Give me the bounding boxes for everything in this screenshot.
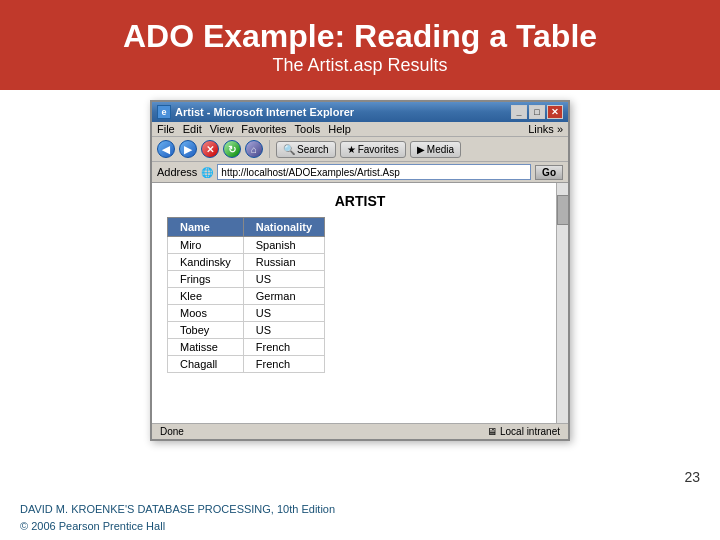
forward-button[interactable]: ▶ xyxy=(179,140,197,158)
menu-edit[interactable]: Edit xyxy=(183,123,202,135)
scrollbar-thumb[interactable] xyxy=(557,195,569,225)
slide: ADO Example: Reading a Table The Artist.… xyxy=(0,0,720,540)
artist-name: Frings xyxy=(168,271,244,288)
artist-nationality: US xyxy=(243,322,324,339)
artist-name: Chagall xyxy=(168,356,244,373)
address-label: Address xyxy=(157,166,197,178)
media-icon: ▶ xyxy=(417,144,425,155)
maximize-button[interactable]: □ xyxy=(529,105,545,119)
table-row: KandinskyRussian xyxy=(168,254,325,271)
table-row: MoosUS xyxy=(168,305,325,322)
favorites-button[interactable]: ★ Favorites xyxy=(340,141,406,158)
browser-addressbar: Address 🌐 Go xyxy=(152,162,568,183)
artist-name: Tobey xyxy=(168,322,244,339)
artist-name: Kandinsky xyxy=(168,254,244,271)
col-nationality: Nationality xyxy=(243,218,324,237)
toolbar-separator xyxy=(269,140,270,158)
menu-help[interactable]: Help xyxy=(328,123,351,135)
address-icon: 🌐 xyxy=(201,167,213,178)
search-label: Search xyxy=(297,144,329,155)
browser-content: ARTIST Name Nationality MiroSpanishKandi… xyxy=(152,183,568,423)
menu-favorites[interactable]: Favorites xyxy=(241,123,286,135)
table-row: ChagallFrench xyxy=(168,356,325,373)
content-area: e Artist - Microsoft Internet Explorer _… xyxy=(0,90,720,495)
browser-menubar: File Edit View Favorites Tools Help Link… xyxy=(152,122,568,137)
artist-nationality: US xyxy=(243,305,324,322)
table-row: FringsUS xyxy=(168,271,325,288)
footer-line1: DAVID M. KROENKE'S DATABASE PROCESSING, … xyxy=(20,501,700,518)
refresh-button[interactable]: ↻ xyxy=(223,140,241,158)
artist-nationality: Russian xyxy=(243,254,324,271)
artist-name: Klee xyxy=(168,288,244,305)
browser-window: e Artist - Microsoft Internet Explorer _… xyxy=(150,100,570,441)
artist-name: Moos xyxy=(168,305,244,322)
table-row: TobeyUS xyxy=(168,322,325,339)
browser-statusbar: Done 🖥 Local intranet xyxy=(152,423,568,439)
intranet-icon: 🖥 xyxy=(487,426,497,437)
window-controls: _ □ ✕ xyxy=(511,105,563,119)
scrollbar[interactable] xyxy=(556,183,568,423)
slide-title: ADO Example: Reading a Table xyxy=(30,18,690,55)
minimize-button[interactable]: _ xyxy=(511,105,527,119)
menu-tools[interactable]: Tools xyxy=(295,123,321,135)
footer-line2: © 2006 Pearson Prentice Hall xyxy=(20,518,700,535)
menu-items: File Edit View Favorites Tools Help xyxy=(157,123,351,135)
favorites-icon: ★ xyxy=(347,144,356,155)
browser-icon: e xyxy=(157,105,171,119)
artist-name: Matisse xyxy=(168,339,244,356)
artist-nationality: French xyxy=(243,356,324,373)
artist-table-title: ARTIST xyxy=(167,193,553,209)
close-button[interactable]: ✕ xyxy=(547,105,563,119)
address-input[interactable] xyxy=(217,164,531,180)
browser-title: Artist - Microsoft Internet Explorer xyxy=(175,106,354,118)
slide-subtitle: The Artist.asp Results xyxy=(30,55,690,76)
table-row: KleeGerman xyxy=(168,288,325,305)
search-button[interactable]: 🔍 Search xyxy=(276,141,336,158)
table-header-row: Name Nationality xyxy=(168,218,325,237)
back-button[interactable]: ◀ xyxy=(157,140,175,158)
page-number: 23 xyxy=(684,469,700,485)
favorites-label: Favorites xyxy=(358,144,399,155)
col-name: Name xyxy=(168,218,244,237)
menu-view[interactable]: View xyxy=(210,123,234,135)
browser-title-text: e Artist - Microsoft Internet Explorer xyxy=(157,105,354,119)
footer: DAVID M. KROENKE'S DATABASE PROCESSING, … xyxy=(0,495,720,540)
intranet-label: Local intranet xyxy=(500,426,560,437)
menu-links: Links » xyxy=(528,123,563,135)
slide-header: ADO Example: Reading a Table The Artist.… xyxy=(0,0,720,90)
home-button[interactable]: ⌂ xyxy=(245,140,263,158)
table-row: MatisseFrench xyxy=(168,339,325,356)
media-label: Media xyxy=(427,144,454,155)
artist-name: Miro xyxy=(168,237,244,254)
browser-titlebar: e Artist - Microsoft Internet Explorer _… xyxy=(152,102,568,122)
go-button[interactable]: Go xyxy=(535,165,563,180)
table-row: MiroSpanish xyxy=(168,237,325,254)
status-done: Done xyxy=(160,426,184,437)
artist-nationality: US xyxy=(243,271,324,288)
artist-nationality: Spanish xyxy=(243,237,324,254)
media-button[interactable]: ▶ Media xyxy=(410,141,461,158)
artist-nationality: German xyxy=(243,288,324,305)
artist-table: Name Nationality MiroSpanishKandinskyRus… xyxy=(167,217,325,373)
browser-toolbar: ◀ ▶ ✕ ↻ ⌂ 🔍 Search ★ Favorites ▶ Media xyxy=(152,137,568,162)
status-intranet: 🖥 Local intranet xyxy=(487,426,560,437)
stop-button[interactable]: ✕ xyxy=(201,140,219,158)
menu-file[interactable]: File xyxy=(157,123,175,135)
search-icon: 🔍 xyxy=(283,144,295,155)
artist-nationality: French xyxy=(243,339,324,356)
